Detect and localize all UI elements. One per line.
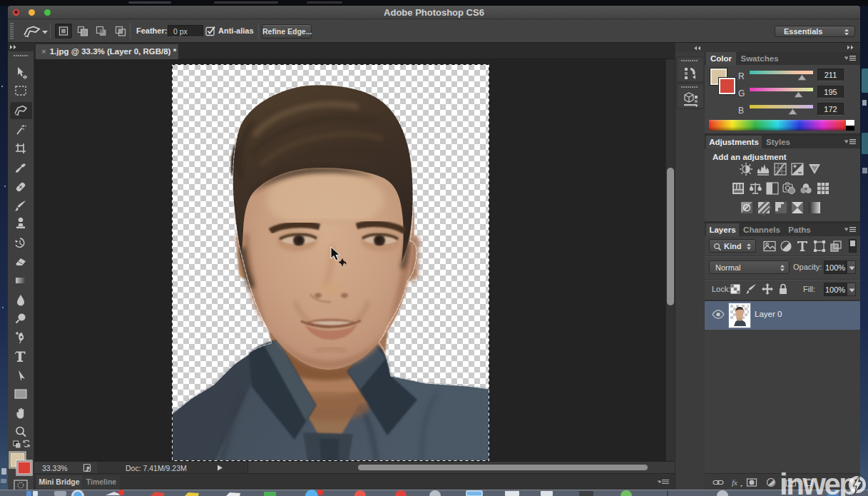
svg-text:inwep: inwep: [780, 467, 856, 496]
svg-text:fx: fx: [732, 478, 737, 487]
